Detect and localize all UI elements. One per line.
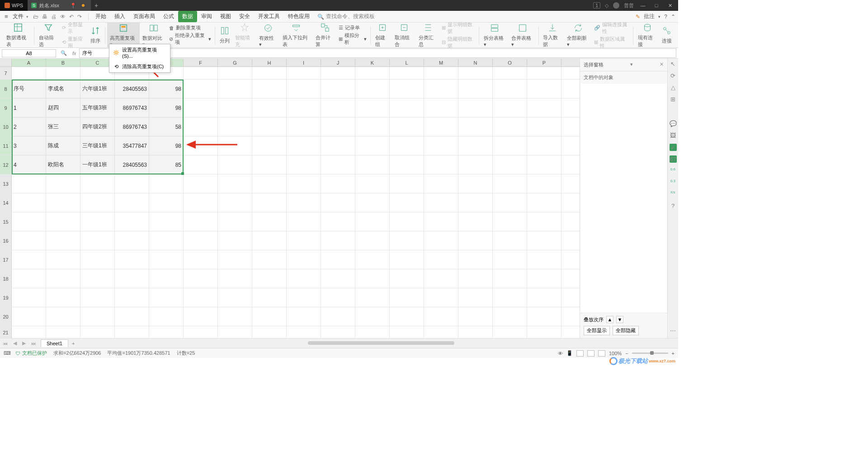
- cell-B16[interactable]: [46, 231, 80, 250]
- cell-A11[interactable]: 3: [12, 136, 46, 155]
- cell-I8[interactable]: [287, 80, 321, 98]
- row-header-7[interactable]: 7: [0, 67, 12, 79]
- cell-I11[interactable]: [287, 136, 321, 155]
- warning-icon[interactable]: △: [670, 84, 677, 91]
- refresh-icon[interactable]: ⟳: [670, 72, 677, 80]
- cell-E18[interactable]: [149, 269, 184, 288]
- ribbon-tab-1[interactable]: 插入: [110, 11, 129, 22]
- cell-C13[interactable]: [80, 174, 115, 193]
- cell-C17[interactable]: [80, 250, 115, 269]
- cell-B21[interactable]: [46, 326, 80, 338]
- cell-H18[interactable]: [252, 269, 287, 288]
- cell-M12[interactable]: [424, 155, 458, 174]
- cell-N14[interactable]: [458, 193, 493, 212]
- cell-I20[interactable]: [287, 307, 321, 326]
- eye-icon[interactable]: 👁: [558, 351, 563, 356]
- cell-K19[interactable]: [355, 288, 390, 307]
- reject-duplicates-button[interactable]: ⊘ 拒绝录入重复项 ▾: [169, 32, 211, 46]
- pin-icon[interactable]: 📍: [70, 3, 76, 9]
- cell-J20[interactable]: [321, 307, 355, 326]
- cell-L18[interactable]: [390, 269, 424, 288]
- cell-O21[interactable]: [493, 326, 527, 338]
- cell-I13[interactable]: [287, 174, 321, 193]
- minimize-button[interactable]: —: [638, 3, 647, 8]
- cell-N20[interactable]: [458, 307, 493, 326]
- cell-O7[interactable]: [493, 67, 527, 79]
- cell-N21[interactable]: [458, 326, 493, 338]
- col-header-H[interactable]: H: [252, 59, 287, 66]
- cell-I21[interactable]: [287, 326, 321, 338]
- cell-C16[interactable]: [80, 231, 115, 250]
- bring-forward-button[interactable]: ▲: [606, 316, 613, 323]
- row-header-20[interactable]: 20: [0, 307, 12, 326]
- horizontal-scrollbar[interactable]: [85, 341, 671, 346]
- row-header-8[interactable]: 8: [0, 80, 12, 98]
- page-view-button[interactable]: [587, 350, 594, 357]
- cell-N16[interactable]: [458, 231, 493, 250]
- cell-K21[interactable]: [355, 326, 390, 338]
- cell-D10[interactable]: 86976743: [115, 118, 149, 136]
- sheet-nav-last[interactable]: ⏭: [28, 341, 39, 346]
- cell-I9[interactable]: [287, 99, 321, 117]
- cell-L16[interactable]: [390, 231, 424, 250]
- cell-O12[interactable]: [493, 155, 527, 174]
- cell-F21[interactable]: [184, 326, 218, 338]
- cell-D17[interactable]: [115, 250, 149, 269]
- cell-H21[interactable]: [252, 326, 287, 338]
- cell-F16[interactable]: [184, 231, 218, 250]
- consolidate-button[interactable]: 合并计算: [313, 23, 337, 47]
- cell-H20[interactable]: [252, 307, 287, 326]
- cell-I12[interactable]: [287, 155, 321, 174]
- sim-analysis-button[interactable]: ⊞ 模拟分析 ▾: [339, 32, 367, 46]
- cell-J10[interactable]: [321, 118, 355, 136]
- cell-C15[interactable]: [80, 212, 115, 231]
- cell-P19[interactable]: [527, 288, 561, 307]
- cell-K14[interactable]: [355, 193, 390, 212]
- row-header-16[interactable]: 16: [0, 231, 12, 250]
- annotate-icon[interactable]: ✎: [636, 14, 640, 20]
- row-header-15[interactable]: 15: [0, 212, 12, 231]
- cell-A20[interactable]: [12, 307, 46, 326]
- validity-button[interactable]: 有效性 ▾: [256, 23, 279, 47]
- normal-view-button[interactable]: [576, 350, 584, 357]
- pane-close-button[interactable]: ✕: [660, 61, 664, 68]
- cell-C14[interactable]: [80, 193, 115, 212]
- cell-J9[interactable]: [321, 99, 355, 117]
- file-tab[interactable]: S 姓名.xlsx 📍: [28, 0, 91, 11]
- cell-E21[interactable]: [149, 326, 184, 338]
- cell-G9[interactable]: [218, 99, 252, 117]
- cell-J11[interactable]: [321, 136, 355, 155]
- send-backward-button[interactable]: ▼: [616, 316, 623, 323]
- sheet-area[interactable]: ABCDEFGHIJKLMNOP 78序号李成名六年级1班28405563989…: [0, 59, 580, 338]
- cell-C19[interactable]: [80, 288, 115, 307]
- cell-G15[interactable]: [218, 212, 252, 231]
- cell-N11[interactable]: [458, 136, 493, 155]
- redo-icon[interactable]: ↷: [77, 14, 82, 20]
- cell-H12[interactable]: [252, 155, 287, 174]
- cell-B18[interactable]: [46, 269, 80, 288]
- cell-I10[interactable]: [287, 118, 321, 136]
- col-header-B[interactable]: B: [46, 59, 80, 66]
- cell-K8[interactable]: [355, 80, 390, 98]
- row-header-17[interactable]: 17: [0, 250, 12, 269]
- cell-F14[interactable]: [184, 193, 218, 212]
- cell-M15[interactable]: [424, 212, 458, 231]
- cell-K15[interactable]: [355, 212, 390, 231]
- pivot-table-button[interactable]: 数据透视表: [4, 23, 32, 47]
- image-icon[interactable]: 🖼: [670, 132, 677, 139]
- cell-K17[interactable]: [355, 250, 390, 269]
- grid-body[interactable]: 78序号李成名六年级1班284055639891赵四五年级3班869767439…: [0, 67, 580, 338]
- cell-L11[interactable]: [390, 136, 424, 155]
- cell-A10[interactable]: 2: [12, 118, 46, 136]
- fx-icon[interactable]: fx: [70, 51, 79, 56]
- cell-A18[interactable]: [12, 269, 46, 288]
- cell-N13[interactable]: [458, 174, 493, 193]
- maximize-button[interactable]: □: [652, 3, 661, 8]
- cell-G13[interactable]: [218, 174, 252, 193]
- cell-M13[interactable]: [424, 174, 458, 193]
- cell-L13[interactable]: [390, 174, 424, 193]
- cell-N17[interactable]: [458, 250, 493, 269]
- col-header-M[interactable]: M: [424, 59, 458, 66]
- cell-A17[interactable]: [12, 250, 46, 269]
- cell-O9[interactable]: [493, 99, 527, 117]
